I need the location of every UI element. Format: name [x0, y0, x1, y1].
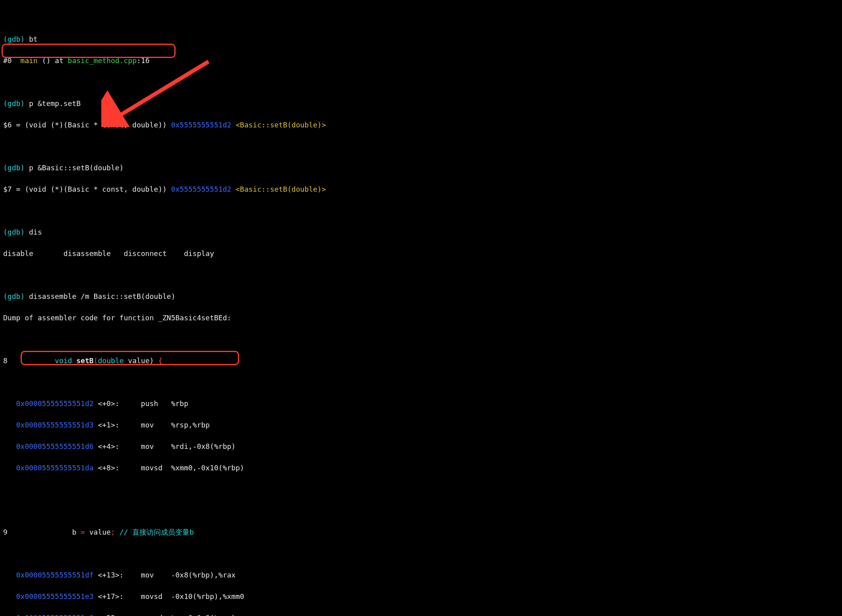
- asm-row: 0x00005555555551e3 <+17>: movsd -0x10(%r…: [3, 591, 839, 602]
- dis-completions: disable disassemble disconnect display: [3, 248, 839, 259]
- svg-line-0: [112, 62, 209, 120]
- asm-row: 0x00005555555551d2 <+0>: push %rbp: [3, 398, 839, 409]
- asm-row: 0x00005555555551e8 <+22>: movsd %xmm0,0x…: [3, 612, 839, 616]
- source-line-9: 9 b = value; // 直接访问成员变量b: [3, 527, 839, 537]
- cmd-dis: dis: [29, 228, 42, 236]
- gdb-line: (gdb) dis: [3, 227, 839, 237]
- terminal-output[interactable]: (gdb) bt #0 main () at basic_method.cpp:…: [0, 0, 842, 616]
- gdb-line: (gdb) bt: [3, 34, 839, 44]
- print-result-7: $7 = (void (*)(Basic * const, double)) 0…: [3, 184, 839, 194]
- bt-frame: #0 main () at basic_method.cpp:16: [3, 55, 839, 66]
- gdb-prompt: (gdb): [3, 164, 25, 172]
- gdb-prompt: (gdb): [3, 35, 25, 43]
- print-result-6: $6 = (void (*)(Basic * const, double)) 0…: [3, 119, 839, 130]
- asm-row: 0x00005555555551d3 <+1>: mov %rsp,%rbp: [3, 420, 839, 430]
- cmd-bt: bt: [29, 35, 38, 43]
- dump-header: Dump of assembler code for function _ZN5…: [3, 312, 839, 323]
- asm-row: 0x00005555555551df <+13>: mov -0x8(%rbp)…: [3, 570, 839, 580]
- annotation-arrow-icon: [101, 56, 212, 127]
- gdb-line: (gdb) disassemble /m Basic::setB(double): [3, 291, 839, 302]
- cmd-disassemble: disassemble /m Basic::setB(double): [29, 292, 175, 300]
- asm-row: 0x00005555555551d6 <+4>: mov %rdi,-0x8(%…: [3, 441, 839, 452]
- gdb-prompt: (gdb): [3, 228, 25, 236]
- gdb-prompt: (gdb): [3, 292, 25, 300]
- gdb-prompt: (gdb): [3, 99, 25, 108]
- blank-line: [3, 484, 839, 495]
- cmd-print-basic: p &Basic::setB(double): [29, 164, 124, 172]
- cmd-print-temp: p &temp.setB: [29, 99, 81, 108]
- gdb-line: (gdb) p &Basic::setB(double): [3, 162, 839, 173]
- asm-row: 0x00005555555551da <+8>: movsd %xmm0,-0x…: [3, 462, 839, 473]
- source-line-8: 8 void setB(double value) {: [3, 355, 839, 366]
- gdb-line: (gdb) p &temp.setB: [3, 98, 839, 109]
